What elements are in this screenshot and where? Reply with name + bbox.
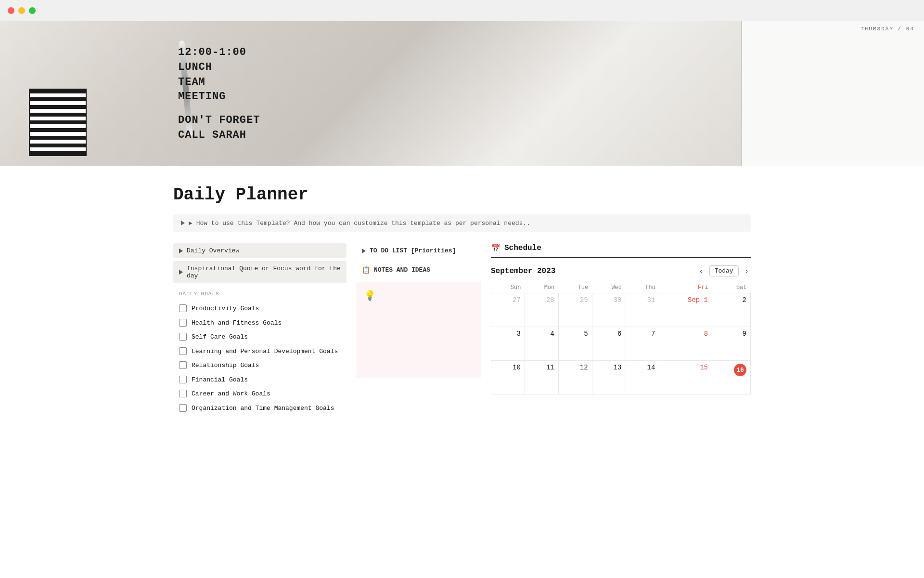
- goal-item-selfcare[interactable]: Self-Care Goals: [173, 330, 346, 344]
- calendar-prev-button[interactable]: ‹: [697, 266, 705, 276]
- calendar-week-1: 27 28 29 30 31 Sep 1 2: [491, 293, 751, 327]
- goal-text-financial: Financial Goals: [192, 375, 248, 385]
- cal-day-sep8[interactable]: 8: [659, 327, 712, 361]
- calendar-today-button[interactable]: Today: [709, 265, 739, 276]
- notebook-decoration: [29, 89, 87, 156]
- cal-day-sep13[interactable]: 13: [592, 361, 626, 394]
- cal-day-sep3[interactable]: 3: [491, 327, 525, 361]
- calendar-icon: 📅: [491, 243, 500, 253]
- todo-triangle-icon: [362, 249, 366, 253]
- goal-text-productivity: Productivity Goals: [192, 304, 259, 314]
- cal-day-sep14[interactable]: 14: [626, 361, 659, 394]
- minimize-button[interactable]: [18, 7, 25, 14]
- inspirational-quote-toggle[interactable]: Inspirational Quote or Focus word for th…: [173, 261, 346, 283]
- toggle-triangle-icon-2: [179, 270, 183, 275]
- goal-item-financial[interactable]: Financial Goals: [173, 373, 346, 387]
- goal-checkbox-selfcare[interactable]: [179, 333, 187, 341]
- cal-day-sep10[interactable]: 10: [491, 361, 525, 394]
- cal-day-sep7[interactable]: 7: [626, 327, 659, 361]
- cal-day-aug29[interactable]: 29: [558, 293, 592, 327]
- cal-header-wed: Wed: [592, 282, 626, 293]
- cal-day-sep9[interactable]: 9: [712, 327, 751, 361]
- cal-day-sep4[interactable]: 4: [525, 327, 558, 361]
- inspirational-quote-label: Inspirational Quote or Focus word for th…: [187, 265, 341, 279]
- right-column-calendar: 📅 Schedule September 2023 ‹ Today › Sun: [491, 243, 751, 394]
- daily-overview-toggle[interactable]: Daily Overview: [173, 243, 346, 258]
- cal-day-sep2[interactable]: 2: [712, 293, 751, 327]
- goal-checkbox-productivity[interactable]: [179, 304, 187, 312]
- cal-day-sep5[interactable]: 5: [558, 327, 592, 361]
- today-badge: 16: [734, 364, 746, 376]
- calendar-nav-controls: ‹ Today ›: [697, 265, 751, 276]
- calendar-nav: September 2023 ‹ Today ›: [491, 265, 751, 276]
- goal-text-learning: Learning and Personal Development Goals: [192, 347, 338, 356]
- page: 12:00-1:00LUNCHTEAMMEETING DON'T FORGETC…: [0, 21, 924, 444]
- hint-bar-text: ▶ How to use this Template? And how you …: [189, 219, 530, 227]
- goal-text-selfcare: Self-Care Goals: [192, 332, 248, 342]
- calendar-week-3: 10 11 12 13 14 15 16: [491, 361, 751, 394]
- goal-item-career[interactable]: Career and Work Goals: [173, 387, 346, 401]
- cal-header-fri: Fri: [659, 282, 712, 293]
- goal-checkbox-financial[interactable]: [179, 376, 187, 383]
- todo-toggle[interactable]: TO DO LIST [Priorities]: [356, 243, 481, 258]
- hint-triangle-icon: [181, 221, 185, 225]
- goal-text-career: Career and Work Goals: [192, 389, 270, 399]
- calendar-week-2: 3 4 5 6 7 8 9: [491, 327, 751, 361]
- fullscreen-button[interactable]: [29, 7, 36, 14]
- goal-checkbox-organization[interactable]: [179, 404, 187, 412]
- page-title: Daily Planner: [173, 185, 751, 205]
- calendar-grid: Sun Mon Tue Wed Thu Fri Sat 27: [491, 282, 751, 394]
- cal-day-sep11[interactable]: 11: [525, 361, 558, 394]
- schedule-header: 📅 Schedule: [491, 243, 751, 258]
- notes-label: NOTES AND IDEAS: [374, 266, 430, 274]
- left-column: Daily Overview Inspirational Quote or Fo…: [173, 243, 346, 415]
- daily-overview-label: Daily Overview: [187, 247, 239, 254]
- cal-day-aug31[interactable]: 31: [626, 293, 659, 327]
- hint-bar[interactable]: ▶ How to use this Template? And how you …: [173, 214, 751, 232]
- goal-checkbox-health[interactable]: [179, 319, 187, 327]
- goal-text-health: Health and Fitness Goals: [192, 318, 282, 328]
- lined-paper-decoration: THURSDAY / 04: [741, 21, 924, 166]
- schedule-title: Schedule: [504, 244, 541, 252]
- middle-column: TO DO LIST [Priorities] 📋 NOTES AND IDEA…: [356, 243, 481, 378]
- goal-checkbox-relationship[interactable]: [179, 361, 187, 369]
- calendar-month-year: September 2023: [491, 267, 555, 276]
- goal-text-relationship: Relationship Goals: [192, 361, 259, 370]
- notes-section-header: 📋 NOTES AND IDEAS: [356, 262, 481, 278]
- cal-header-thu: Thu: [626, 282, 659, 293]
- cal-day-aug28[interactable]: 28: [525, 293, 558, 327]
- goal-item-productivity[interactable]: Productivity Goals: [173, 302, 346, 316]
- hero-banner: 12:00-1:00LUNCHTEAMMEETING DON'T FORGETC…: [0, 21, 924, 166]
- three-col-layout: Daily Overview Inspirational Quote or Fo…: [173, 243, 751, 415]
- cal-day-sep15[interactable]: 15: [659, 361, 712, 394]
- titlebar: [0, 0, 924, 21]
- cal-header-mon: Mon: [525, 282, 558, 293]
- goal-item-health[interactable]: Health and Fitness Goals: [173, 316, 346, 330]
- goal-item-relationship[interactable]: Relationship Goals: [173, 358, 346, 373]
- cal-day-sep1[interactable]: Sep 1: [659, 293, 712, 327]
- notes-icon: 📋: [362, 266, 370, 274]
- lightbulb-icon: 💡: [364, 289, 376, 302]
- goal-checkbox-career[interactable]: [179, 390, 187, 397]
- cal-day-sep12[interactable]: 12: [558, 361, 592, 394]
- cal-header-sat: Sat: [712, 282, 751, 293]
- notes-content-area[interactable]: 💡: [356, 282, 481, 378]
- goal-text-organization: Organization and Time Management Goals: [192, 404, 334, 413]
- toggle-triangle-icon: [179, 249, 183, 253]
- cal-day-aug27[interactable]: 27: [491, 293, 525, 327]
- todo-label: TO DO LIST [Priorities]: [370, 247, 456, 254]
- cal-header-tue: Tue: [558, 282, 592, 293]
- goal-checkbox-learning[interactable]: [179, 347, 187, 355]
- goal-item-organization[interactable]: Organization and Time Management Goals: [173, 401, 346, 416]
- main-content: Daily Planner ▶ How to use this Template…: [144, 166, 780, 444]
- notes-decoration: 12:00-1:00LUNCHTEAMMEETING DON'T FORGETC…: [168, 36, 828, 166]
- calendar-next-button[interactable]: ›: [743, 266, 751, 276]
- daily-goals-label: DAILY GOALS: [179, 291, 346, 297]
- cal-day-aug30[interactable]: 30: [592, 293, 626, 327]
- close-button[interactable]: [8, 7, 14, 14]
- goal-item-learning[interactable]: Learning and Personal Development Goals: [173, 344, 346, 359]
- cal-header-sun: Sun: [491, 282, 525, 293]
- cal-day-sep6[interactable]: 6: [592, 327, 626, 361]
- cal-day-sep16-today[interactable]: 16: [712, 361, 751, 394]
- calendar-header-row: Sun Mon Tue Wed Thu Fri Sat: [491, 282, 751, 293]
